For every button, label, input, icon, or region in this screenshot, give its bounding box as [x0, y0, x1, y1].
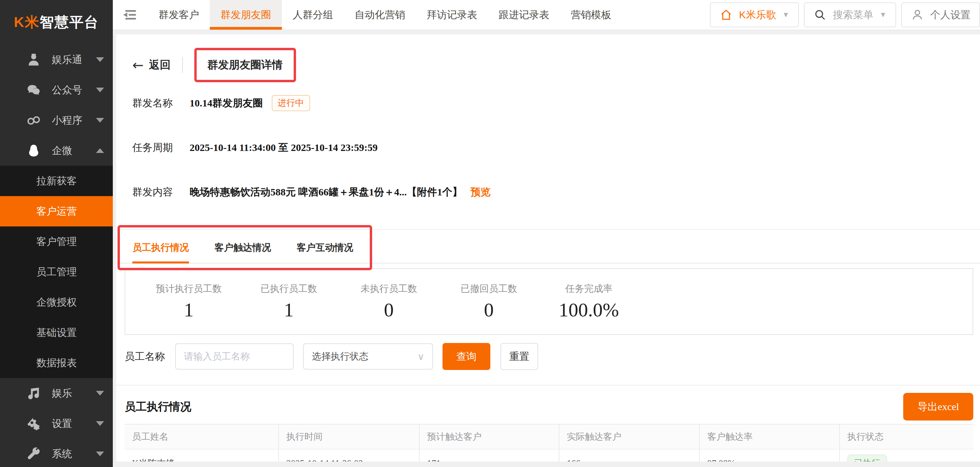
tab-employee-execution[interactable]: 员工执行情况 — [132, 241, 189, 263]
tab-followup-records[interactable]: 跟进记录表 — [488, 0, 560, 30]
cell-reach-rate: 97.08% — [700, 449, 840, 462]
tab-visit-records[interactable]: 拜访记录表 — [416, 0, 488, 30]
stat-label: 任务完成率 — [539, 282, 639, 295]
logo-brand: K米 — [14, 13, 40, 32]
search-button[interactable]: 查询 — [442, 343, 490, 370]
preview-link[interactable]: 预览 — [471, 185, 491, 199]
sidebar-item-miniprogram[interactable]: 小程序 — [0, 105, 113, 135]
back-button[interactable]: ← 返回 — [132, 57, 171, 72]
tab-customer-reach[interactable]: 客户触达情况 — [215, 241, 271, 263]
annotation-box-title: 群发朋友圈详情 — [194, 48, 296, 82]
field-task-content: 群发内容 晚场特惠畅饮活动588元 啤酒66罐＋果盘1份＋4...【附件1个】 … — [132, 185, 964, 199]
personal-settings-label: 个人设置 — [930, 8, 970, 22]
table-section-title: 员工执行情况 — [125, 399, 191, 414]
sidebar-item-official-account[interactable]: 公众号 — [0, 75, 113, 105]
sidebar-item-label: 小程序 — [52, 113, 96, 128]
sidebar-item-new-customer-acquisition[interactable]: 拉新获客 — [0, 166, 113, 196]
tab-group-send-moments[interactable]: 群发朋友圈 — [210, 0, 282, 30]
stat-label: 已撤回员工数 — [439, 282, 539, 295]
field-task-name: 群发名称 10.14群发朋友圈 进行中 — [132, 96, 964, 110]
sidebar-item-system[interactable]: 系统 — [0, 439, 113, 467]
logo-text: 智慧平台 — [40, 13, 99, 32]
miniprogram-icon — [25, 112, 42, 128]
wechat-icon — [25, 82, 42, 98]
topbar-right: K米乐歌 ▼ 搜索菜单 ▼ 个人设置 — [710, 0, 980, 30]
sidebar-item-qiwei[interactable]: 企微 — [0, 135, 113, 166]
sidebar: K米智慧平台 娱乐通 公众号 小程序 企微 拉新获客 客户运营 客户管理 员工管… — [0, 0, 113, 467]
tab-group-send-customers[interactable]: 群发客户 — [148, 0, 210, 30]
sidebar-item-label: 娱乐通 — [52, 53, 96, 67]
wrench-icon — [25, 446, 42, 462]
cell-execution-status: 已执行 — [840, 449, 973, 462]
stat-executed-employees: 已执行员工数 1 — [239, 282, 339, 321]
page-header: ← 返回 群发朋友圈详情 — [116, 34, 980, 82]
page-title: 群发朋友圈详情 — [207, 59, 283, 71]
top-nav-tabs: 群发客户 群发朋友圈 人群分组 自动化营销 拜访记录表 跟进记录表 营销模板 — [148, 0, 622, 30]
search-icon — [813, 8, 827, 22]
tab-marketing-templates[interactable]: 营销模板 — [560, 0, 622, 30]
stat-value: 0 — [439, 299, 539, 321]
export-excel-button[interactable]: 导出excel — [903, 393, 973, 421]
execution-status-select[interactable]: 选择执行状态 ∨ — [303, 343, 433, 370]
column-header-reach-rate: 客户触达率 — [700, 424, 840, 449]
sidebar-item-label: 设置 — [52, 417, 96, 430]
sidebar-item-data-reports[interactable]: 数据报表 — [0, 348, 113, 378]
sidebar-item-customer-management[interactable]: 客户管理 — [0, 226, 113, 257]
column-header-execution-status: 执行状态 — [840, 424, 973, 449]
header-divider — [182, 57, 183, 73]
main-area: 群发客户 群发朋友圈 人群分组 自动化营销 拜访记录表 跟进记录表 营销模板 K… — [113, 0, 980, 467]
employee-name-input[interactable] — [175, 343, 294, 370]
chevron-up-icon — [96, 148, 104, 153]
sidebar-submenu-qiwei: 拉新获客 客户运营 客户管理 员工管理 企微授权 基础设置 数据报表 — [0, 166, 113, 378]
stat-value: 100.0% — [539, 299, 639, 321]
stat-label: 预计执行员工数 — [139, 282, 239, 295]
chevron-down-icon — [96, 118, 104, 123]
task-name-value: 10.14群发朋友圈 — [189, 96, 263, 110]
tab-audience-groups[interactable]: 人群分组 — [282, 0, 344, 30]
venue-selector[interactable]: K米乐歌 ▼ — [710, 2, 799, 27]
home-icon — [719, 8, 733, 22]
chevron-down-icon — [96, 391, 104, 395]
field-label: 群发内容 — [132, 185, 189, 199]
status-badge-executed: 已执行 — [847, 454, 887, 462]
sidebar-item-employee-management[interactable]: 员工管理 — [0, 257, 113, 287]
sidebar-item-customer-operations[interactable]: 客户运营 — [0, 196, 113, 226]
status-badge-in-progress: 进行中 — [272, 95, 310, 111]
sidebar-item-qiwei-authorization[interactable]: 企微授权 — [0, 287, 113, 317]
sidebar-item-entertainment[interactable]: 娱乐 — [0, 378, 113, 408]
menu-search-label: 搜索菜单 — [833, 8, 873, 22]
chevron-down-icon — [96, 57, 104, 62]
sidebar-item-label: 企微 — [52, 144, 96, 158]
personal-settings[interactable]: 个人设置 — [901, 2, 980, 27]
column-header-actual-reach: 实际触达客户 — [559, 424, 700, 449]
menu-search[interactable]: 搜索菜单 ▼ — [804, 2, 896, 27]
stat-label: 已执行员工数 — [239, 282, 339, 295]
filter-label: 员工名称 — [125, 350, 165, 363]
task-content-value: 晚场特惠畅饮活动588元 啤酒66罐＋果盘1份＋4...【附件1个】 — [189, 185, 462, 199]
detail-page: ← 返回 群发朋友圈详情 群发名称 10.14群发朋友圈 进行中 任务周期 20… — [116, 34, 980, 462]
employee-execution-table: 员工姓名 执行时间 预计触达客户 实际触达客户 客户触达率 执行状态 K米陈志锋… — [125, 424, 973, 462]
tab-marketing-automation[interactable]: 自动化营销 — [344, 0, 416, 30]
tab-customer-interaction[interactable]: 客户互动情况 — [297, 241, 353, 263]
cell-employee-name: K米陈志锋 — [125, 449, 278, 462]
penguin-icon — [25, 142, 42, 159]
stat-expected-employees: 预计执行员工数 1 — [139, 282, 239, 321]
stat-label: 未执行员工数 — [339, 282, 439, 295]
topbar-spacer — [622, 0, 710, 30]
column-header-execution-time: 执行时间 — [278, 424, 419, 449]
chevron-down-icon: ∨ — [418, 351, 425, 362]
field-label: 群发名称 — [132, 96, 189, 110]
select-value: 选择执行状态 — [312, 350, 368, 363]
chevron-down-icon: ▼ — [782, 10, 789, 19]
sidebar-item-basic-settings[interactable]: 基础设置 — [0, 317, 113, 348]
filter-bar: 员工名称 选择执行状态 ∨ 查询 重置 — [125, 343, 973, 370]
sidebar-item-settings[interactable]: 设置 — [0, 408, 113, 439]
field-label: 任务周期 — [132, 141, 189, 155]
cell-expected-reach: 171 — [419, 449, 559, 462]
collapse-sidebar-icon[interactable] — [113, 0, 148, 30]
field-task-period: 任务周期 2025-10-14 11:34:00 至 2025-10-14 23… — [132, 140, 964, 155]
chevron-down-icon — [96, 451, 104, 456]
reset-button[interactable]: 重置 — [500, 343, 538, 370]
topbar: 群发客户 群发朋友圈 人群分组 自动化营销 拜访记录表 跟进记录表 营销模板 K… — [113, 0, 980, 30]
sidebar-item-entertainment-agent[interactable]: 娱乐通 — [0, 45, 113, 75]
